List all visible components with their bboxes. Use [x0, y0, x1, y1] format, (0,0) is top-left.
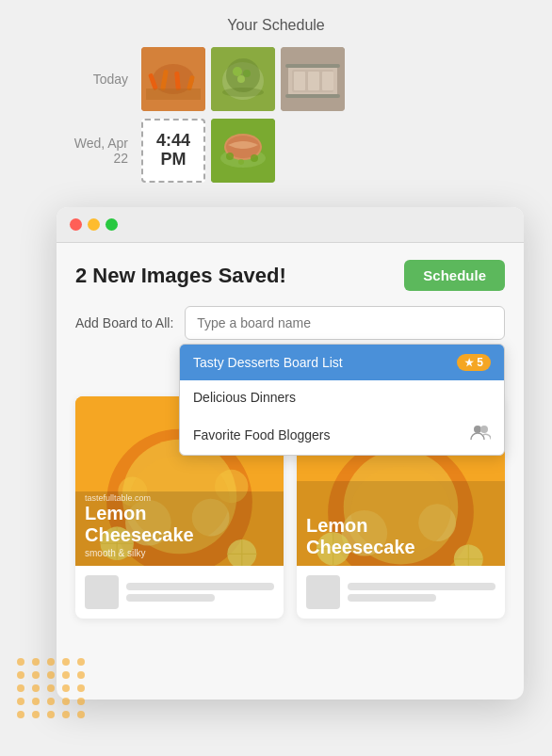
card-1-line-2	[126, 594, 215, 602]
traffic-lights	[70, 218, 118, 231]
star-badge: ★ 5	[457, 354, 491, 371]
window-titlebar	[57, 207, 524, 243]
group-icon	[470, 424, 491, 445]
dropdown-item-2[interactable]: Favorite Food Bloggers	[180, 414, 504, 455]
svg-rect-17	[294, 72, 305, 90]
svg-point-27	[238, 159, 244, 165]
today-image-1	[141, 47, 205, 111]
add-board-label: Add Board to All:	[75, 315, 173, 330]
card-2-line-1	[348, 583, 495, 590]
wed-image-1	[211, 119, 275, 183]
card-2-thumb	[306, 575, 340, 609]
schedule-section: Your Schedule Today	[0, 0, 552, 190]
add-board-row: Add Board to All: Tasty Desserts Board L…	[75, 306, 505, 340]
svg-point-11	[243, 70, 251, 77]
svg-rect-18	[308, 72, 319, 90]
svg-rect-19	[322, 72, 333, 90]
svg-point-12	[237, 75, 245, 83]
svg-point-26	[226, 153, 234, 160]
svg-point-10	[233, 67, 242, 76]
card-1-line-1	[126, 583, 274, 590]
board-name-input[interactable]	[185, 306, 505, 340]
today-image-2	[211, 47, 275, 111]
dropdown-item-label-2: Favorite Food Bloggers	[193, 427, 331, 442]
time-display: 4:44PM	[156, 132, 190, 169]
svg-point-13	[222, 88, 264, 97]
saved-title: 2 New Images Saved!	[75, 264, 286, 288]
card-1-thumb	[85, 575, 119, 609]
dropdown-item-1[interactable]: Delicious Dinners	[180, 380, 504, 414]
card-1-footer	[75, 566, 284, 619]
app-window: 2 New Images Saved! Schedule Add Board t…	[57, 207, 524, 700]
minimize-button[interactable]	[88, 218, 100, 231]
dots-decoration	[17, 658, 87, 718]
card-1-subtitle: smooth & silky	[85, 548, 274, 558]
today-label: Today	[57, 72, 141, 87]
today-row: Today	[57, 47, 495, 111]
dropdown-item-label-0: Tasty Desserts Board List	[193, 355, 343, 370]
wed-label: Wed, Apr 22	[57, 136, 141, 166]
maximize-button[interactable]	[106, 218, 118, 231]
header-bar: 2 New Images Saved! Schedule	[75, 260, 505, 291]
card-2-lines	[348, 583, 495, 602]
star-count: 5	[477, 356, 483, 369]
time-box: 4:44PM	[141, 119, 205, 183]
today-image-3	[281, 47, 345, 111]
window-body: 2 New Images Saved! Schedule Add Board t…	[57, 243, 524, 635]
wed-images: 4:44PM	[141, 119, 275, 183]
dropdown-item-0[interactable]: Tasty Desserts Board List ★ 5	[180, 345, 504, 380]
card-2-line-2	[348, 594, 436, 602]
card-1-title: LemonCheesecake	[85, 503, 274, 546]
card-1-lines	[126, 583, 274, 602]
card-2-title: LemonCheesecake	[306, 515, 495, 558]
card-2-overlay: LemonCheesecake	[297, 507, 505, 566]
card-1-overlay: tastefulltable.com LemonCheesecake smoot…	[75, 486, 284, 566]
card-1-site: tastefulltable.com	[85, 493, 274, 503]
dropdown-item-label-1: Delicious Dinners	[193, 390, 296, 405]
card-2-footer	[297, 566, 505, 619]
board-dropdown: Tasty Desserts Board List ★ 5 Delicious …	[179, 344, 505, 456]
svg-rect-6	[146, 88, 201, 100]
svg-point-9	[226, 58, 260, 92]
wed-row: Wed, Apr 22 4:44PM	[57, 119, 495, 183]
star-icon: ★	[464, 357, 474, 369]
svg-rect-21	[285, 94, 340, 98]
svg-point-29	[474, 426, 481, 433]
svg-rect-20	[285, 64, 340, 68]
schedule-title: Your Schedule	[57, 17, 495, 34]
close-button[interactable]	[70, 218, 82, 231]
today-images	[141, 47, 345, 111]
svg-point-30	[480, 426, 488, 433]
schedule-button[interactable]: Schedule	[404, 260, 505, 291]
svg-point-28	[251, 154, 258, 162]
